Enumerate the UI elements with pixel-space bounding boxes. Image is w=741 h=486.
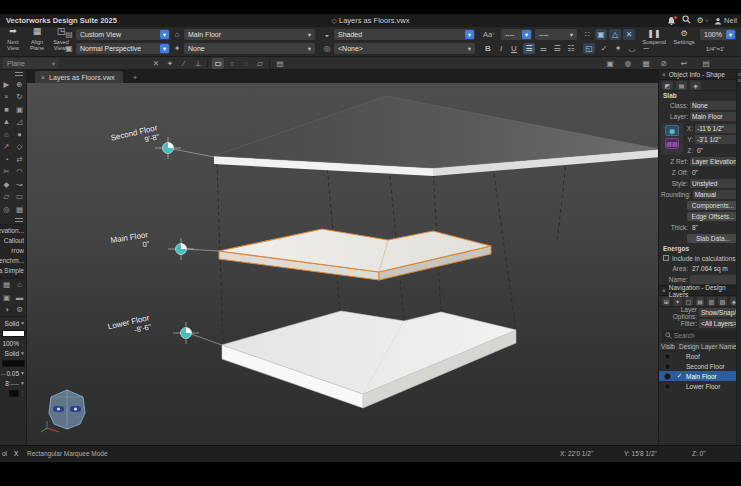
tool-set-item[interactable]: levation... (0, 227, 24, 237)
z-offset-field[interactable]: 0" (690, 168, 739, 177)
parallelogram-tool-icon[interactable]: ▱ (0, 191, 13, 204)
fill-style-dropdown[interactable]: Solid▼ (1, 318, 25, 328)
style-dropdown[interactable]: Unstyled (690, 179, 739, 188)
angle-snap-icon[interactable]: ∕ (178, 58, 190, 69)
align-plane-button[interactable]: ▦ Align Plane (26, 28, 48, 55)
grid-icon[interactable]: ▦ (640, 58, 652, 69)
view-cube[interactable] (39, 386, 95, 434)
layer-row-second-floor[interactable]: Second Floor (659, 361, 741, 371)
next-view-button[interactable]: ➡ Next View (2, 28, 24, 55)
rectangle-tool-icon[interactable]: ■ (0, 103, 13, 116)
render-style-dropdown[interactable]: <None>▼ (334, 43, 475, 54)
snap-grid-icon[interactable]: ∷ (582, 29, 593, 40)
config-set-icon[interactable]: ⚙ (13, 304, 26, 317)
visibility-eye-icon[interactable] (664, 373, 671, 380)
globe-icon[interactable]: ◍ (622, 58, 634, 69)
grid-set-icon[interactable]: ▦ (0, 279, 13, 292)
rotate-tool-icon[interactable]: ↻ (13, 91, 26, 104)
active-class-dropdown[interactable]: None▼ (184, 43, 315, 54)
references-tab-icon[interactable]: ▧ (718, 297, 726, 306)
grid-mode-icon[interactable]: ▨▨ (665, 138, 679, 149)
undo-history-icon[interactable]: ↩ (678, 58, 690, 69)
align-left-icon[interactable]: ☰ (523, 43, 535, 54)
align-center-icon[interactable]: ⚌ (537, 43, 549, 54)
panel-display-icon[interactable]: ▣ (604, 58, 616, 69)
selection-tool-icon[interactable]: ▶ (0, 78, 13, 91)
y-coordinate-field[interactable]: -3'1 1/2" (695, 135, 739, 144)
settings-button[interactable]: ⚙ Settings (668, 29, 700, 45)
triangle-tool-icon[interactable]: ▲ (0, 116, 13, 129)
font-style-dropdown-2[interactable]: ----▼ (535, 29, 577, 40)
building-set-icon[interactable]: ⌂ (13, 279, 26, 292)
palette-menu-icon[interactable] (0, 70, 26, 78)
object-info-header[interactable]: × Object Info - Shape (659, 70, 741, 80)
layer-dropdown[interactable]: Main Floor (690, 112, 739, 121)
circle-tool-icon[interactable]: ● (13, 128, 26, 141)
pan-tool-icon[interactable]: ⊕ (13, 78, 26, 91)
pen-color-swatch[interactable] (1, 358, 25, 368)
polyline-tool-icon[interactable]: ⌂ (0, 128, 13, 141)
account-menu[interactable]: Neil (714, 16, 737, 25)
point-tool-icon[interactable]: ◇ (13, 141, 26, 154)
active-layer-dropdown[interactable]: Main Floor▼ (184, 29, 315, 40)
class-dropdown[interactable]: None (690, 101, 739, 110)
polygon-tool-icon[interactable]: ◿ (13, 116, 26, 129)
tool-set-item[interactable]: n Benchm... (0, 257, 24, 267)
components-button[interactable]: Components... (687, 201, 739, 210)
thickness-field[interactable]: 8" (690, 223, 739, 232)
slab-data-button[interactable]: Slab Data... (687, 234, 739, 243)
offset-tool-icon[interactable]: ◆ (0, 178, 13, 191)
fillet-tool-icon[interactable]: ◠ (13, 166, 26, 179)
sheet-layers-tab-icon[interactable]: ▢ (685, 297, 693, 306)
3d-viewport[interactable]: Second Floor 9'-8" Main Floor 0" Lower F… (27, 83, 658, 445)
oval-marquee-mode-icon[interactable]: ○ (226, 58, 238, 69)
justify-icon[interactable]: ☷ (565, 43, 577, 54)
italic-button[interactable]: I (496, 43, 506, 54)
tool-set-item[interactable]: rrow (0, 247, 24, 257)
z-ref-dropdown[interactable]: Layer Elevation (690, 157, 739, 166)
snap-point-icon[interactable]: ✶ (612, 43, 624, 54)
saved-views-tab-icon[interactable]: ▥ (707, 297, 715, 306)
underline-button[interactable]: U (509, 43, 519, 54)
interactive-scaling-icon[interactable]: ✕ (150, 58, 162, 69)
rounded-rectangle-tool-icon[interactable]: ▣ (13, 103, 26, 116)
font-style-dropdown-1[interactable]: ----▼ (501, 29, 532, 40)
target-tool-icon[interactable]: ◎ (0, 203, 13, 216)
fill-color-swatch[interactable] (1, 328, 25, 338)
document-tab[interactable]: × Layers as Floors.vwx (35, 71, 123, 83)
zoom-level-dropdown[interactable]: 100%▼ (700, 29, 736, 40)
layer-options-dropdown[interactable]: Show/Snap/Modi (699, 308, 739, 317)
render-mode-dropdown[interactable]: Shaded▼ (334, 29, 475, 40)
pen-style-dropdown[interactable]: Solid▼ (1, 348, 25, 358)
mirror-mode-icon[interactable]: ✕ (623, 29, 635, 40)
polygon-marquee-mode-icon[interactable]: ▱ (254, 58, 266, 69)
move-mode-icon[interactable]: ▣ (595, 29, 607, 40)
rotate-mode-icon[interactable]: △ (609, 29, 621, 40)
visibility-eye-icon[interactable] (664, 363, 671, 370)
marker-swatch[interactable]: ⋮ (1, 388, 25, 398)
data-tab-icon[interactable]: ▤ (676, 81, 687, 90)
mirror-tool-icon[interactable]: ⇄ (13, 153, 26, 166)
snap-arc-icon[interactable]: ◡ (626, 43, 638, 54)
rectangular-marquee-mode-icon[interactable]: ▭ (212, 58, 224, 69)
layer-row-lower-floor[interactable]: Lower Floor (659, 381, 741, 391)
palette-menu-icon[interactable] (0, 216, 26, 224)
working-plane-dropdown[interactable]: Plane▼ (3, 58, 59, 69)
line-weight-dropdown[interactable]: ─0.05▼ (1, 368, 25, 378)
connect-tool-icon[interactable]: ↝ (13, 178, 26, 191)
gear-menu-icon[interactable]: ⚙ ˅ (697, 16, 708, 25)
current-view-dropdown[interactable]: Custom View▼ (76, 29, 170, 40)
layer-row-roof[interactable]: Roof (659, 351, 741, 361)
align-right-icon[interactable]: ☰ (551, 43, 563, 54)
x-coordinate-field[interactable]: -11'6 1/2" (695, 124, 739, 133)
trim-tool-icon[interactable]: ✂ (0, 166, 13, 179)
close-panel-icon[interactable]: × (662, 287, 666, 294)
layer-table-header[interactable]: Visib... Design Layer Name (659, 341, 741, 351)
projection-dropdown[interactable]: Normal Perspective▼ (76, 43, 170, 54)
slab-mode-icon[interactable]: ▦ (665, 125, 679, 136)
rounding-dropdown[interactable]: Manual (693, 190, 739, 199)
render-tab-icon[interactable]: ◈ (690, 81, 701, 90)
text-format-menu[interactable]: Aa˅ (481, 29, 497, 40)
constrain-mode-icon[interactable]: ◱ (583, 43, 595, 54)
pen-mode-icon[interactable]: ✦ (164, 58, 176, 69)
